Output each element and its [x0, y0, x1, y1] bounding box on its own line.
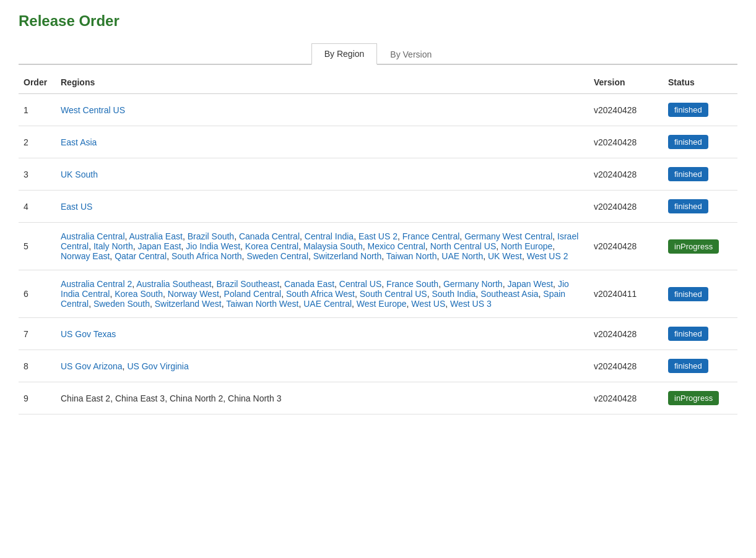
cell-status: finished [663, 126, 737, 158]
region-link[interactable]: UAE North [441, 251, 483, 261]
region-link[interactable]: Sweden Central [246, 251, 308, 261]
cell-version: v20240428 [589, 94, 663, 126]
order-number: 4 [24, 202, 28, 212]
region-link[interactable]: Australia Central 2 [61, 279, 132, 289]
region-link[interactable]: Central US [339, 279, 381, 289]
col-header-order: Order [19, 71, 56, 94]
region-link[interactable]: Norway East [61, 251, 110, 261]
region-link[interactable]: Italy North [93, 241, 133, 251]
region-link[interactable]: West US 2 [527, 251, 568, 261]
region-link[interactable]: North Central US [430, 241, 497, 251]
region-link[interactable]: Switzerland West [155, 299, 222, 309]
cell-order: 2 [19, 126, 56, 158]
region-link[interactable]: Malaysia South [303, 241, 363, 251]
region-link[interactable]: North Europe [501, 241, 552, 251]
region-link[interactable]: US Gov Arizona [61, 361, 123, 371]
region-link[interactable]: Germany North [443, 279, 503, 289]
table-row: 1West Central USv20240428finished [19, 94, 737, 126]
region-link[interactable]: Australia East [129, 231, 183, 241]
region-link[interactable]: Korea South [115, 289, 163, 299]
region-link[interactable]: South Africa West [286, 289, 355, 299]
cell-regions: East US [56, 191, 589, 223]
order-number: 1 [24, 105, 28, 115]
status-badge: inProgress [668, 391, 719, 405]
region-link[interactable]: Japan West [507, 279, 553, 289]
region-link[interactable]: West US 3 [450, 299, 492, 309]
region-link[interactable]: South Africa North [172, 251, 242, 261]
table-row: 8US Gov Arizona, US Gov Virginiav2024042… [19, 350, 737, 382]
status-badge: finished [668, 135, 708, 149]
status-badge: inProgress [668, 239, 719, 254]
cell-status: inProgress [663, 223, 737, 270]
cell-order: 4 [19, 191, 56, 223]
version-value: v20240428 [594, 393, 637, 403]
status-badge: finished [668, 167, 708, 181]
region-link[interactable]: Brazil South [188, 231, 234, 241]
cell-regions: West Central US [56, 94, 589, 126]
region-link[interactable]: Australia Southeast [136, 279, 211, 289]
region-link[interactable]: Taiwan North [386, 251, 437, 261]
region-link[interactable]: Japan East [138, 241, 181, 251]
cell-regions: Australia Central, Australia East, Brazi… [56, 223, 589, 270]
region-link[interactable]: US Gov Texas [61, 329, 116, 339]
region-link[interactable]: Canada East [284, 279, 334, 289]
status-badge: finished [668, 103, 708, 117]
region-link[interactable]: Korea Central [245, 241, 298, 251]
status-badge: finished [668, 287, 708, 301]
cell-regions: Australia Central 2, Australia Southeast… [56, 270, 589, 318]
status-badge: finished [668, 359, 708, 373]
region-link[interactable]: Taiwan North West [226, 299, 298, 309]
region-link[interactable]: Jio India West [186, 241, 240, 251]
cell-status: finished [663, 94, 737, 126]
region-link[interactable]: Southeast Asia [480, 289, 538, 299]
region-link[interactable]: UK South [61, 170, 98, 179]
region-link[interactable]: France Central [402, 231, 460, 241]
order-number: 9 [24, 393, 28, 403]
region-link[interactable]: East US [61, 202, 92, 212]
cell-regions: UK South [56, 158, 589, 191]
region-link[interactable]: UAE Central [303, 299, 352, 309]
cell-status: finished [663, 270, 737, 318]
version-value: v20240428 [594, 105, 637, 115]
region-link[interactable]: West US [411, 299, 445, 309]
region-link[interactable]: South India [432, 289, 476, 299]
cell-version: v20240428 [589, 318, 663, 350]
cell-status: finished [663, 191, 737, 223]
col-header-regions: Regions [56, 71, 589, 94]
region-link[interactable]: East Asia [61, 137, 97, 147]
cell-status: inProgress [663, 382, 737, 414]
region-link[interactable]: Brazil Southeast [216, 279, 279, 289]
region-link[interactable]: Germany West Central [464, 231, 552, 241]
region-link[interactable]: France South [386, 279, 438, 289]
order-number: 5 [24, 241, 28, 251]
region-link[interactable]: West Central US [61, 105, 125, 115]
region-link[interactable]: Australia Central [61, 231, 125, 241]
region-link[interactable]: Switzerland North [313, 251, 382, 261]
order-number: 3 [24, 170, 28, 179]
table-row: 2East Asiav20240428finished [19, 126, 737, 158]
col-header-version: Version [589, 71, 663, 94]
region-link[interactable]: Mexico Central [367, 241, 425, 251]
region-link[interactable]: South Central US [360, 289, 427, 299]
status-badge: finished [668, 327, 708, 341]
region-link[interactable]: East US 2 [358, 231, 398, 241]
table-row: 9China East 2, China East 3, China North… [19, 382, 737, 414]
region-link[interactable]: Canada Central [239, 231, 300, 241]
region-link[interactable]: Poland Central [224, 289, 282, 299]
region-link[interactable]: Qatar Central [115, 251, 167, 261]
version-value: v20240428 [594, 137, 637, 147]
tab-by-version[interactable]: By Version [377, 43, 445, 65]
tab-by-region[interactable]: By Region [311, 43, 378, 65]
cell-order: 9 [19, 382, 56, 414]
cell-version: v20240428 [589, 382, 663, 414]
region-link[interactable]: Central India [305, 231, 354, 241]
region-link[interactable]: UK West [488, 251, 522, 261]
region-link[interactable]: Sweden South [93, 299, 150, 309]
region-link[interactable]: US Gov Virginia [127, 361, 188, 371]
region-link[interactable]: West Europe [357, 299, 407, 309]
region-link[interactable]: Norway West [168, 289, 219, 299]
order-number: 7 [24, 329, 28, 339]
order-number: 6 [24, 289, 28, 299]
status-badge: finished [668, 199, 708, 213]
table-row: 5Australia Central, Australia East, Braz… [19, 223, 737, 270]
